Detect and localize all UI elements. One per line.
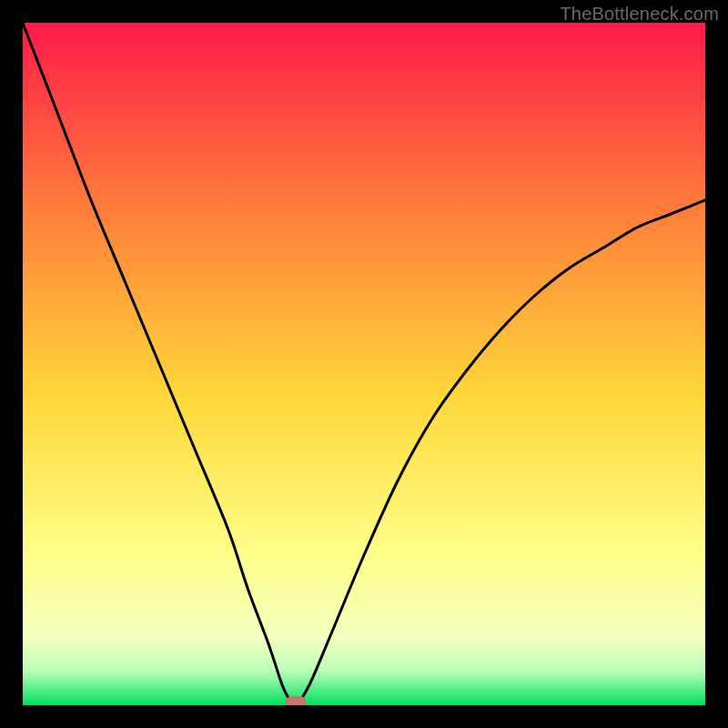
- optimal-marker: [286, 696, 306, 705]
- gradient-background: [23, 23, 705, 705]
- chart-frame: [23, 23, 705, 705]
- watermark-text: TheBottleneck.com: [560, 4, 719, 25]
- bottleneck-chart: [23, 23, 705, 705]
